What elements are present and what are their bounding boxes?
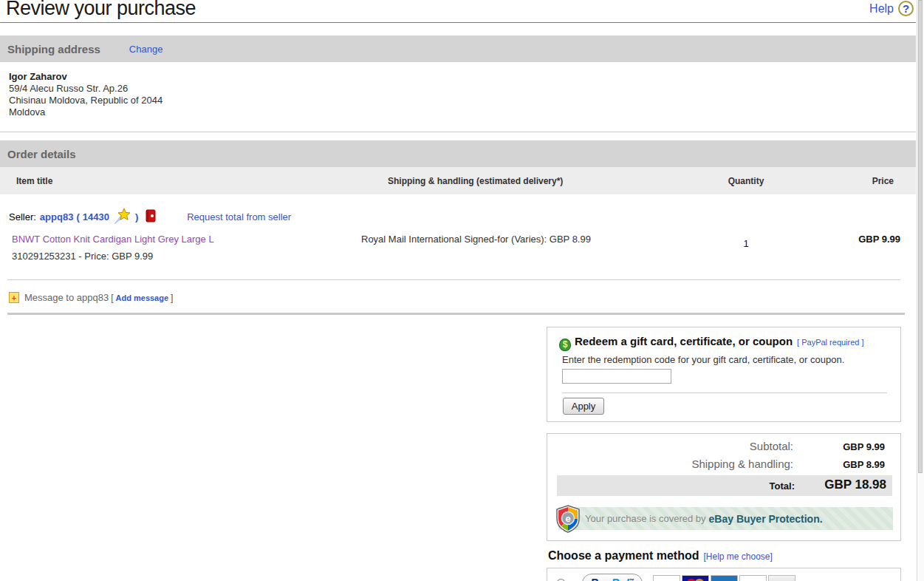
seller-label: Seller: (9, 211, 36, 222)
item-shipping-method: Royal Mail International Signed-for (Var… (355, 234, 709, 245)
svg-text:e: e (565, 513, 570, 524)
order-totals-box: Subtotal: GBP 9.99 Shipping & handling: … (547, 433, 901, 541)
paypal-logo-pal: Pal (612, 577, 629, 581)
help-link[interactable]: Help (869, 2, 894, 16)
paypal-trademark: ™ (629, 578, 634, 581)
order-details-header: Order details (7, 148, 76, 160)
address-line: 59/4 Alecu Russo Str. Ap.26 (9, 83, 162, 95)
add-message-link[interactable]: Add message (116, 293, 169, 302)
shipping-handling-value: GBP 8.99 (843, 459, 885, 470)
message-to-seller-label: Message to appq83 (24, 292, 109, 303)
total-row: Total: GBP 18.98 (557, 475, 892, 496)
apply-button[interactable]: Apply (563, 398, 604, 415)
seller-feedback-score[interactable]: 14430 (83, 211, 109, 222)
add-note-icon[interactable]: + (9, 292, 19, 303)
bracket-close: ] (171, 293, 173, 303)
message-to-seller-row: + Message to appq83 [ Add message ] (9, 292, 175, 303)
item-title-link[interactable]: BNWT Cotton Knit Cardigan Light Grey Lar… (12, 234, 214, 245)
page-title: Review your purchase (6, 0, 196, 20)
total-label: Total: (770, 480, 795, 492)
vertical-scrollbar-track[interactable] (917, 0, 924, 581)
accepted-cards-row: VISA DISCOVER (653, 575, 795, 581)
request-total-link[interactable]: Request total from seller (187, 211, 291, 222)
seller-id-link[interactable]: appq83 (40, 211, 74, 222)
shooting-star-icon[interactable] (112, 207, 131, 227)
order-details-section-bar: Order details (0, 140, 916, 167)
order-item-row: BNWT Cotton Knit Cardigan Light Grey Lar… (0, 234, 916, 262)
payment-method-box: PayPal™ VISA DISCOVER (547, 568, 901, 581)
gift-card-icon: $ (559, 339, 571, 351)
bracket-open: [ (111, 293, 113, 303)
feedback-close-paren: ) (135, 211, 138, 222)
visa-card-icon: VISA (653, 575, 680, 581)
payment-method-title: Choose a payment method (548, 549, 699, 563)
paypal-logo-pay: Pay (590, 577, 611, 581)
vertical-scrollbar-thumb[interactable] (918, 0, 923, 473)
seller-aboutme-icon[interactable] (146, 209, 156, 225)
review-purchase-page: Review your purchase Help ? Shipping add… (0, 0, 924, 581)
feedback-open-paren: ( (76, 211, 79, 222)
buyer-protection-banner: e Your purchase is covered by eBay Buyer… (558, 507, 893, 530)
help-question-icon[interactable]: ? (898, 1, 914, 16)
paypal-option-row: PayPal™ VISA DISCOVER (556, 574, 795, 581)
change-address-link[interactable]: Change (129, 44, 163, 55)
generic-card-icon (768, 575, 795, 581)
address-section-divider (0, 132, 916, 132)
redeem-instructions: Enter the redemption code for your gift … (562, 354, 844, 365)
item-quantity: 1 (709, 234, 783, 249)
amex-card-icon (711, 575, 738, 581)
item-row-divider (7, 279, 900, 280)
item-number-and-price: 310291253231 - Price: GBP 9.99 (12, 251, 355, 262)
redeem-divider (562, 393, 887, 393)
address-line: Moldova (9, 106, 162, 118)
redemption-code-input[interactable] (562, 369, 671, 384)
column-header-shipping: Shipping & handling (estimated delivery*… (355, 176, 709, 186)
seller-row: Seller: appq83 ( 14430 ) Request total f… (0, 205, 916, 228)
item-price: GBP 9.99 (783, 234, 916, 245)
paypal-logo-button[interactable]: PayPal™ (582, 574, 643, 581)
ebay-shield-icon: e (555, 505, 581, 533)
payment-method-header: Choose a payment method [Help me choose] (548, 549, 773, 563)
shipping-address-header: Shipping address (7, 43, 100, 55)
order-section-divider (7, 313, 905, 315)
shipping-handling-label: Shipping & handling: (691, 458, 793, 470)
shipping-address-block: Igor Zaharov 59/4 Alecu Russo Str. Ap.26… (9, 71, 162, 118)
total-value: GBP 18.98 (824, 478, 886, 492)
mastercard-icon (682, 575, 709, 581)
shipping-address-section-bar: Shipping address Change (0, 35, 916, 62)
subtotal-value: GBP 9.99 (843, 441, 885, 452)
paypal-required-link[interactable]: [ PayPal required ] (797, 338, 864, 347)
redeem-title: Redeem a gift card, certificate, or coup… (575, 335, 793, 347)
subtotal-label: Subtotal: (750, 440, 793, 452)
address-line: Chisinau Moldova, Republic of 2044 (9, 95, 162, 106)
help-me-choose-link[interactable]: [Help me choose] (703, 551, 772, 562)
redeem-gift-card-box: $ Redeem a gift card, certificate, or co… (547, 327, 901, 422)
column-header-price: Price (783, 176, 916, 186)
recipient-name: Igor Zaharov (9, 71, 162, 83)
help-area: Help ? (869, 1, 914, 16)
column-header-quantity: Quantity (709, 176, 783, 186)
order-table-header: Item title Shipping & handling (estimate… (0, 167, 916, 194)
title-divider (0, 22, 916, 23)
column-header-item-title: Item title (0, 176, 355, 186)
buyer-protection-link[interactable]: eBay Buyer Protection. (709, 513, 823, 525)
discover-card-icon: DISCOVER (739, 575, 767, 581)
buyer-protection-text: Your purchase is covered by (585, 513, 706, 524)
